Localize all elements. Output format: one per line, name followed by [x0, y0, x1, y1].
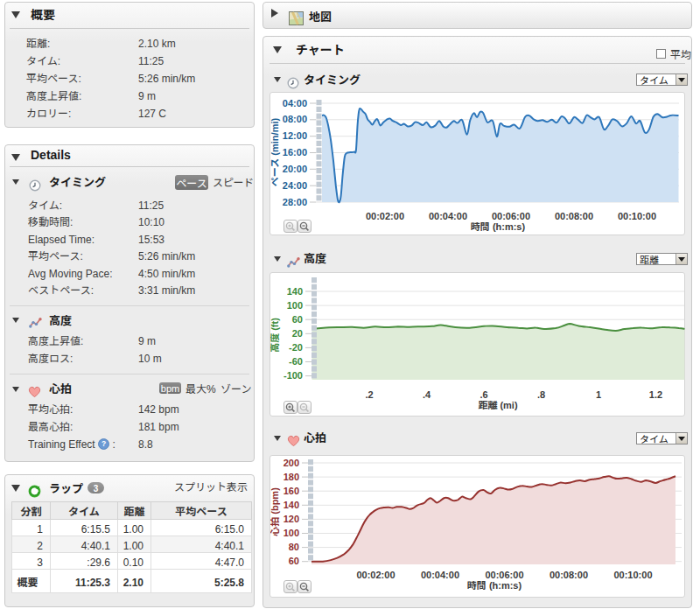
svg-text:140: 140	[287, 284, 303, 298]
svg-text:100: 100	[287, 298, 303, 312]
svg-text:80: 80	[289, 539, 299, 553]
svg-text:1: 1	[596, 387, 601, 401]
svg-text:ペース (min/mi): ペース (min/mi)	[270, 118, 281, 187]
svg-text:.8: .8	[537, 387, 545, 401]
svg-text:.2: .2	[365, 387, 373, 401]
svg-text:距離 (mi): 距離 (mi)	[478, 397, 518, 411]
svg-text:00:10:00: 00:10:00	[613, 567, 652, 581]
svg-text:00:10:00: 00:10:00	[618, 208, 656, 222]
svg-text:200: 200	[284, 456, 299, 469]
svg-text:24:00: 24:00	[283, 178, 307, 192]
svg-text:20: 20	[292, 326, 303, 340]
svg-text:60: 60	[289, 553, 299, 567]
svg-text:.4: .4	[423, 387, 431, 401]
svg-text:時間 (h:m:s): 時間 (h:m:s)	[471, 219, 526, 233]
svg-text:00:02:00: 00:02:00	[366, 208, 404, 222]
svg-text:時間 (h:m:s): 時間 (h:m:s)	[467, 578, 522, 592]
svg-text:-60: -60	[289, 354, 303, 368]
svg-text:100: 100	[284, 525, 299, 539]
svg-text:160: 160	[284, 483, 299, 497]
svg-text:00:04:00: 00:04:00	[429, 208, 467, 222]
svg-text:180: 180	[284, 469, 299, 483]
svg-text:16:00: 16:00	[283, 144, 307, 158]
svg-text:04:00: 04:00	[283, 95, 307, 109]
svg-text:高度 (ft): 高度 (ft)	[270, 318, 281, 353]
svg-text:140: 140	[284, 497, 299, 511]
svg-text:60: 60	[292, 312, 303, 326]
svg-text:00:08:00: 00:08:00	[550, 567, 588, 581]
svg-text:08:00: 08:00	[283, 111, 307, 125]
svg-text:00:08:00: 00:08:00	[555, 208, 593, 222]
svg-text:心拍 (bpm): 心拍 (bpm)	[270, 487, 281, 537]
svg-text:-20: -20	[289, 340, 303, 354]
svg-text:?: ?	[102, 439, 106, 448]
svg-text:20:00: 20:00	[283, 161, 307, 175]
svg-text:1.2: 1.2	[649, 387, 662, 401]
svg-text:28:00: 28:00	[283, 194, 307, 208]
svg-text:12:00: 12:00	[283, 128, 307, 142]
svg-text:00:02:00: 00:02:00	[356, 567, 395, 581]
svg-text:00:04:00: 00:04:00	[421, 567, 459, 581]
svg-text:120: 120	[284, 511, 299, 525]
svg-text:-100: -100	[284, 368, 303, 382]
